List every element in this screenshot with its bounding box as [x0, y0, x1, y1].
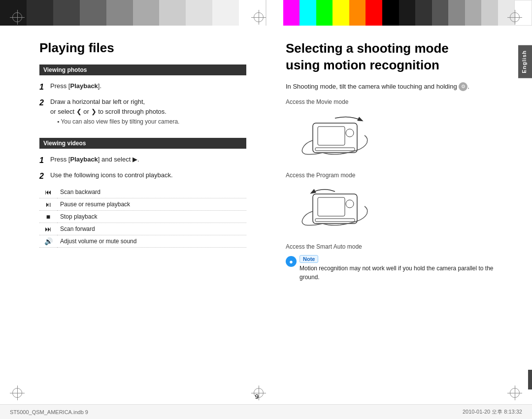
svg-rect-5 [313, 194, 357, 224]
step-num-2: 2 [39, 97, 50, 126]
svg-point-2 [346, 129, 354, 137]
right-title-line2: using motion recognition [286, 58, 439, 72]
label-scan-forward: Scan forward [57, 223, 246, 235]
top-bar-right [266, 0, 532, 26]
step-num-v1: 1 [39, 155, 50, 166]
step-2-bullet: You can also view files by tilting your … [57, 117, 179, 126]
step-2-videos: 2 Use the following icons to control pla… [39, 170, 246, 182]
right-title-line1: Selecting a shooting mode [286, 41, 449, 56]
label-volume: Adjust volume or mute sound [57, 235, 246, 248]
smart-auto-mode-label: Access the Smart Auto mode [286, 243, 512, 250]
playback-icons-table: ⏮ Scan backward ⏯ Pause or resume playba… [39, 186, 246, 248]
step-num-v2: 2 [39, 170, 50, 182]
smart-auto-mode-section: Access the Smart Auto mode [286, 243, 512, 250]
icon-pause-resume: ⏯ [39, 198, 57, 211]
viewing-photos-header: Viewing photos [39, 64, 246, 75]
viewing-videos-section: Viewing videos 1 Press [Playback] and se… [39, 138, 246, 248]
playback-bold-1: Playback [70, 82, 98, 90]
label-scan-backward: Scan backward [57, 186, 246, 198]
intro-text-content: In Shooting mode, tilt the camera while … [286, 83, 459, 90]
svg-point-7 [346, 200, 354, 208]
right-title: Selecting a shooting mode using motion r… [286, 40, 512, 74]
english-tab: English [518, 45, 532, 78]
step-2-video-text: Use the following icons to control playb… [50, 170, 173, 182]
table-row: ⏯ Pause or resume playback [39, 198, 246, 211]
footer-left: ST5000_QSM_AMERICA.indb 9 [10, 409, 88, 415]
table-row: 🔊 Adjust volume or mute sound [39, 235, 246, 248]
step-2-line1: Draw a horizontal bar left or right, [50, 97, 179, 107]
note-text: Motion recognition may not work well if … [299, 264, 512, 282]
icon-stop: ■ [39, 211, 57, 223]
step-1-text: Press [Playback]. [50, 81, 101, 93]
left-column: Playing files Viewing photos 1 Press [Pl… [0, 26, 266, 404]
step-2-photos: 2 Draw a horizontal bar left or right, o… [39, 97, 246, 126]
note-icon: ● [286, 256, 297, 267]
reg-mark-tl [10, 10, 25, 25]
page-number: 9 [255, 393, 259, 400]
svg-rect-6 [318, 197, 345, 216]
step-2-line2: or select ❮ or ❯ to scroll through photo… [50, 107, 179, 117]
intro-paragraph: In Shooting mode, tilt the camera while … [286, 82, 512, 92]
label-stop: Stop playback [57, 211, 246, 223]
top-bar-left [0, 0, 266, 26]
program-mode-section: Access the Program mode [286, 172, 512, 242]
footer-right: 2010-01-20 오후 8:13:32 [463, 408, 522, 416]
note-box: ● Note Motion recognition may not work w… [286, 255, 512, 282]
svg-rect-3 [315, 148, 355, 151]
step-1-photos: 1 Press [Playback]. [39, 81, 246, 93]
step-1-video-text: Press [Playback] and select ▶. [50, 155, 139, 166]
step-1-videos: 1 Press [Playback] and select ▶. [39, 155, 246, 166]
program-mode-image [286, 182, 384, 241]
table-row: ■ Stop playback [39, 211, 246, 223]
left-title: Playing files [39, 40, 246, 56]
svg-rect-1 [318, 127, 345, 145]
movie-mode-image [286, 108, 384, 167]
note-label: Note [299, 255, 318, 263]
movie-mode-label: Access the Movie mode [286, 98, 512, 105]
right-column: English Selecting a shooting mode using … [266, 26, 532, 404]
table-row: ⏭ Scan forward [39, 223, 246, 235]
table-row: ⏮ Scan backward [39, 186, 246, 198]
top-color-bar [0, 0, 532, 26]
page-content: Playing files Viewing photos 1 Press [Pl… [0, 26, 532, 404]
icon-scan-backward: ⏮ [39, 186, 57, 198]
step-num-1: 1 [39, 81, 50, 93]
program-mode-label: Access the Program mode [286, 172, 512, 179]
bottom-bar: ST5000_QSM_AMERICA.indb 9 2010-01-20 오후 … [0, 404, 532, 419]
icon-scan-forward: ⏭ [39, 223, 57, 235]
icon-volume: 🔊 [39, 235, 57, 248]
playback-bold-2: Playback [70, 156, 98, 163]
page-marker-bar [528, 370, 532, 389]
svg-rect-0 [313, 123, 357, 153]
label-pause-resume: Pause or resume playback [57, 198, 246, 211]
motion-icon: ⚙ [459, 82, 467, 91]
step-2-content: Draw a horizontal bar left or right, or … [50, 97, 179, 126]
movie-mode-section: Access the Movie mode [286, 98, 512, 169]
viewing-videos-header: Viewing videos [39, 138, 246, 149]
reg-mark-tr [507, 10, 522, 25]
svg-rect-8 [315, 219, 355, 222]
reg-mark-tc [251, 10, 266, 25]
note-content-area: Note Motion recognition may not work wel… [299, 255, 512, 282]
viewing-photos-section: Viewing photos 1 Press [Playback]. 2 Dra… [39, 64, 246, 126]
